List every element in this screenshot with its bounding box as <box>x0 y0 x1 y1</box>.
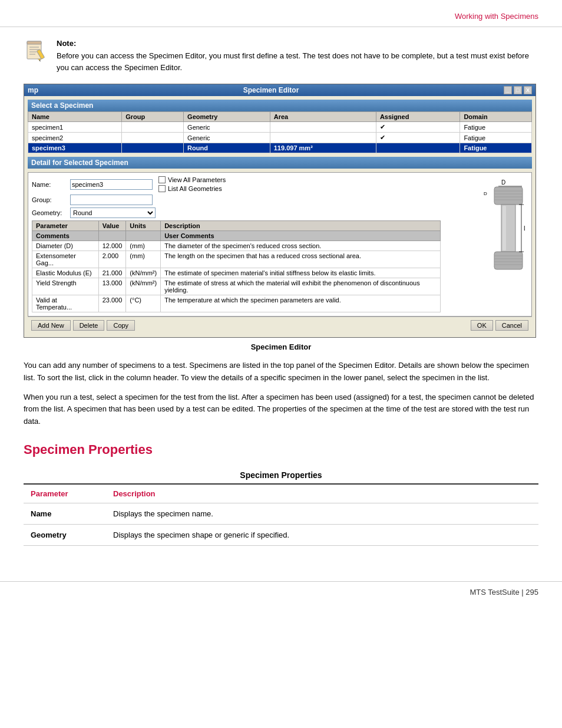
svg-rect-1 <box>27 41 41 44</box>
screenshot-caption: Specimen Editor <box>24 342 538 351</box>
delete-button[interactable]: Delete <box>73 320 105 331</box>
geometry-label: Geometry: <box>32 209 70 216</box>
param-row: Extensometer Gag... 2.000 (mm) The lengt… <box>32 251 441 268</box>
group-label: Group: <box>32 196 70 203</box>
param-row: Yield Strength 13.000 (kN/mm²) The estim… <box>32 278 441 295</box>
window-app-name: mp <box>28 86 38 94</box>
props-table-caption: Specimen Properties <box>24 467 538 483</box>
param-row: Valid at Temperatu... 23.000 (°C) The te… <box>32 295 441 312</box>
detail-specimen-header: Detail for Selected Specimen <box>28 157 532 169</box>
col-geometry[interactable]: Geometry <box>184 112 270 122</box>
body-paragraph-2: When you run a test, select a specimen f… <box>24 391 538 428</box>
col-assigned[interactable]: Assigned <box>376 112 459 122</box>
footer-text: MTS TestSuite | 295 <box>470 588 538 597</box>
col-name[interactable]: Name <box>28 112 122 122</box>
props-desc-geometry: Displays the specimen shape or generic i… <box>106 524 538 545</box>
svg-rect-11 <box>494 187 523 205</box>
copy-button[interactable]: Copy <box>107 320 135 331</box>
detail-panel: Name: View All Parameters List All Geome… <box>28 172 532 317</box>
geometry-select[interactable]: Round <box>70 207 156 218</box>
specimen-diagram-area: D <box>445 176 528 312</box>
detail-left: Name: View All Parameters List All Geome… <box>32 176 441 312</box>
ok-button[interactable]: OK <box>471 320 493 331</box>
parameter-table: Parameter Value Units Description Commen… <box>32 220 441 312</box>
col-domain[interactable]: Domain <box>460 112 532 122</box>
group-row: Group: <box>32 195 441 205</box>
name-row: Name: View All Parameters List All Geome… <box>32 176 441 192</box>
geometry-row: Geometry: Round <box>32 207 441 218</box>
checkbox-row: View All Parameters List All Geometries <box>158 176 226 192</box>
props-col-parameter: Parameter <box>24 484 106 503</box>
param-col-units: Units <box>126 221 161 231</box>
select-specimen-header: Select a Specimen <box>28 100 532 111</box>
note-icon <box>24 39 48 64</box>
checkbox-box2 <box>158 185 166 192</box>
svg-text:D: D <box>501 179 505 186</box>
svg-rect-13 <box>494 252 523 269</box>
add-new-button[interactable]: Add New <box>31 320 71 331</box>
properties-table: Specimen Properties Parameter Descriptio… <box>24 467 538 546</box>
window-controls: _ □ X <box>504 86 532 94</box>
window-title: Specimen Editor <box>243 86 299 94</box>
specimen-editor-window: mp Specimen Editor _ □ X Select a Specim… <box>24 84 536 338</box>
name-label: Name: <box>32 181 70 188</box>
specimen-diagram: D <box>448 176 525 294</box>
props-desc-name: Displays the specimen name. <box>106 503 538 524</box>
right-button-group: OK Cancel <box>471 320 528 331</box>
list-all-geom-checkbox[interactable]: List All Geometries <box>158 185 226 192</box>
table-row[interactable]: specimen2 Generic ✔ Fatigue <box>28 133 532 143</box>
note-section: Note: Before you can access the Specimen… <box>24 39 538 73</box>
body-paragraph-1: You can add any number of specimens to a… <box>24 360 538 384</box>
props-col-description: Description <box>106 484 538 503</box>
window-bottom-bar: Add New Delete Copy OK Cancel <box>28 317 532 334</box>
svg-rect-27 <box>503 206 506 251</box>
svg-marker-7 <box>38 59 41 61</box>
header-title: Working with Specimens <box>455 12 538 21</box>
view-all-params-label: View All Parameters <box>168 176 226 183</box>
left-button-group: Add New Delete Copy <box>31 320 135 331</box>
param-col-value: Value <box>98 221 126 231</box>
window-titlebar: mp Specimen Editor _ □ X <box>24 84 535 96</box>
maximize-button[interactable]: □ <box>514 86 522 94</box>
param-row: Diameter (D) 12.000 (mm) The diameter of… <box>32 241 441 251</box>
name-input[interactable] <box>70 179 153 190</box>
group-input[interactable] <box>70 195 153 205</box>
checkbox-box <box>158 176 166 183</box>
close-button[interactable]: X <box>524 86 532 94</box>
page-footer: MTS TestSuite | 295 <box>0 581 562 602</box>
specimen-list-table: Name Group Geometry Area Assigned Domain… <box>28 111 532 153</box>
svg-text:L: L <box>524 225 525 232</box>
param-col-parameter: Parameter <box>32 221 99 231</box>
param-comments-row: Comments User Comments <box>32 231 441 241</box>
props-param-geometry: Geometry <box>24 524 106 545</box>
window-inner: Select a Specimen Name Group Geometry Ar… <box>24 96 535 337</box>
props-param-name: Name <box>24 503 106 524</box>
props-row: Geometry Displays the specimen shape or … <box>24 524 538 545</box>
page-header: Working with Specimens <box>0 0 562 27</box>
section-heading: Specimen Properties <box>24 442 538 457</box>
svg-text:D: D <box>484 191 487 196</box>
minimize-button[interactable]: _ <box>504 86 512 94</box>
table-row[interactable]: specimen1 Generic ✔ Fatigue <box>28 122 532 133</box>
list-all-geom-label: List All Geometries <box>168 185 222 192</box>
table-row[interactable]: specimen3 Round 119.097 mm² Fatigue <box>28 143 532 153</box>
note-body: Before you can access the Specimen Edito… <box>57 50 538 73</box>
col-group[interactable]: Group <box>122 112 184 122</box>
note-text-block: Note: Before you can access the Specimen… <box>57 39 538 73</box>
view-all-params-checkbox[interactable]: View All Parameters <box>158 176 226 183</box>
param-col-description: Description <box>161 221 441 231</box>
props-row: Name Displays the specimen name. <box>24 503 538 524</box>
col-area[interactable]: Area <box>270 112 376 122</box>
note-label: Note: <box>57 39 538 48</box>
main-content: Note: Before you can access the Specimen… <box>0 27 562 569</box>
param-row: Elastic Modulus (E) 21.000 (kN/mm²) The … <box>32 268 441 278</box>
cancel-button[interactable]: Cancel <box>495 320 528 331</box>
